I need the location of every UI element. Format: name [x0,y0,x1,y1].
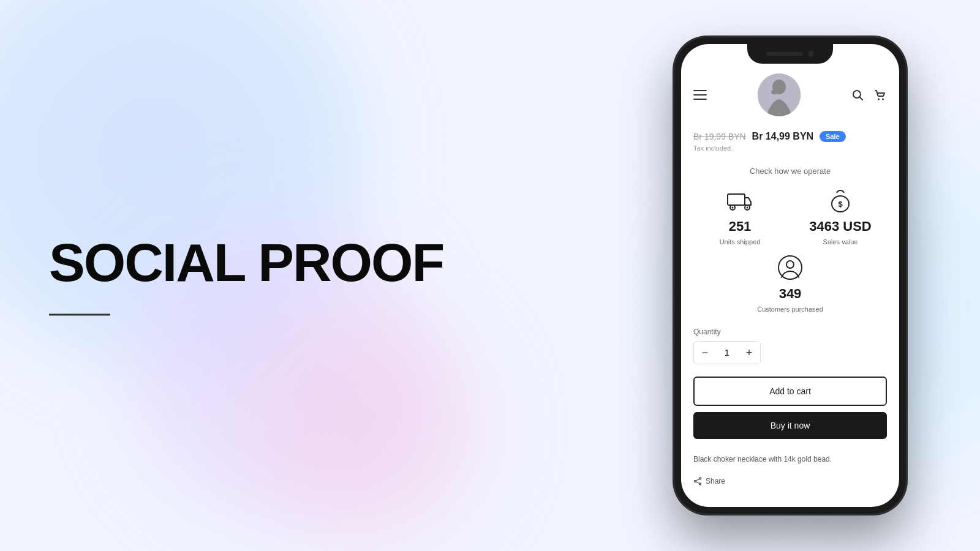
phone-body: Br 19,99 BYN Br 14,99 BYN Sale Tax inclu… [674,37,907,514]
svg-point-18 [699,483,701,485]
operate-section: Check how we operate [681,157,899,323]
units-shipped-number: 251 [729,219,752,234]
svg-line-4 [860,97,862,100]
svg-point-16 [699,478,701,479]
svg-rect-7 [728,194,745,205]
phone-screen: Br 19,99 BYN Br 14,99 BYN Sale Tax inclu… [681,44,899,507]
customers-label: Customers purchased [757,305,823,313]
stat-customers: 349 Customers purchased [693,253,887,313]
units-shipped-label: Units shipped [720,238,761,246]
bg-blob-pink [245,306,490,551]
main-title: SOCIAL PROOF [49,236,443,290]
truck-icon [725,186,755,215]
svg-point-5 [878,99,880,100]
divider [49,314,110,316]
nav-icons-right [850,88,887,102]
cart-icon [873,89,886,101]
button-area: Add to cart Buy it now [681,369,899,446]
quantity-increase-button[interactable]: + [738,342,760,364]
search-icon [851,89,864,101]
search-button[interactable] [850,88,865,102]
phone-notch [747,44,833,64]
svg-text:$: $ [838,200,843,209]
operate-title: Check how we operate [693,167,887,176]
share-icon [693,477,702,485]
quantity-control: − 1 + [693,341,761,364]
svg-point-10 [732,207,734,209]
sale-price: Br 14,99 BYN [752,131,814,142]
logo-image [758,73,801,116]
price-area: Br 19,99 BYN Br 14,99 BYN Sale Tax inclu… [681,121,899,157]
stat-units-shipped: 251 Units shipped [693,186,786,246]
notch-camera [808,51,814,57]
buy-now-button[interactable]: Buy it now [693,412,887,439]
share-area[interactable]: Share [681,472,899,490]
svg-line-20 [696,482,699,484]
svg-point-3 [853,91,861,98]
nav-bar [681,69,899,121]
svg-point-17 [695,481,696,482]
stat-sales-value: $ 3463 USD Sales value [794,186,887,246]
left-section: SOCIAL PROOF [49,236,443,316]
notch-speaker [766,52,803,56]
svg-line-19 [696,479,699,481]
quantity-section: Quantity − 1 + [681,323,899,369]
share-label: Share [706,477,725,485]
svg-point-11 [747,207,748,209]
stats-grid: 251 Units shipped $ [693,186,887,246]
quantity-decrease-button[interactable]: − [694,342,716,364]
quantity-value: 1 [716,348,738,358]
original-price: Br 19,99 BYN [693,132,746,141]
person-circle-icon [775,253,805,282]
add-to-cart-button[interactable]: Add to cart [693,377,887,406]
sales-value-label: Sales value [823,238,858,246]
cart-button[interactable] [872,88,887,102]
money-bag-icon: $ [826,186,855,215]
price-row: Br 19,99 BYN Br 14,99 BYN Sale [693,131,887,142]
quantity-label: Quantity [693,328,887,336]
person-silhouette [758,73,801,116]
customers-number: 349 [779,286,802,302]
logo-avatar [758,73,801,116]
sales-value-number: 3463 USD [809,219,872,234]
svg-point-15 [786,261,794,268]
screen-content: Br 19,99 BYN Br 14,99 BYN Sale Tax inclu… [681,44,899,507]
sale-badge: Sale [820,131,846,142]
svg-point-6 [882,99,884,100]
product-description: Black choker necklace with 14k gold bead… [681,446,899,472]
tax-note: Tax included. [693,144,887,152]
phone-mockup: Br 19,99 BYN Br 14,99 BYN Sale Tax inclu… [674,37,907,514]
menu-button[interactable] [693,88,708,102]
